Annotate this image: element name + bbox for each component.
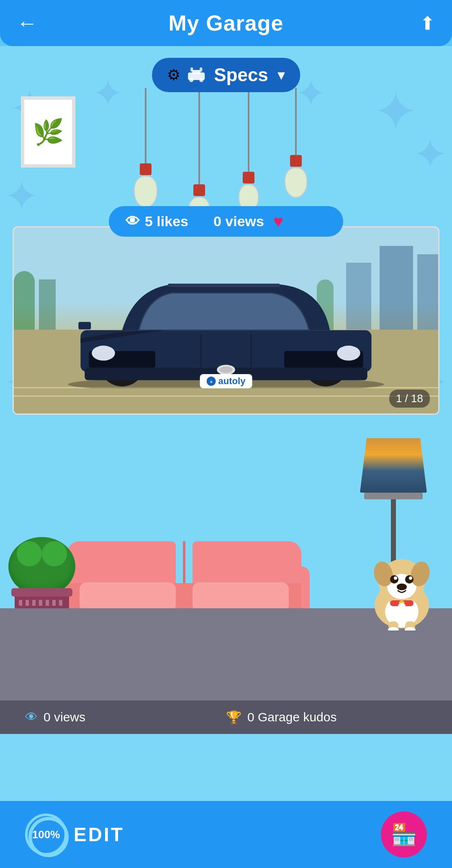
svg-point-34 bbox=[405, 575, 413, 584]
shop-button[interactable]: 🏪 bbox=[381, 811, 427, 858]
dog bbox=[360, 547, 444, 646]
progress-label: 100% bbox=[32, 828, 60, 841]
specs-dropdown[interactable]: ⚙ Specs ▾ bbox=[152, 58, 300, 92]
shop-icon: 🏪 bbox=[391, 822, 417, 847]
edit-label: EDIT bbox=[74, 823, 124, 846]
bottom-kudos-stat: 🏆 0 Garage kudos bbox=[226, 710, 427, 725]
star-deco-3: ✦ bbox=[373, 80, 419, 143]
engine-icon bbox=[186, 67, 206, 83]
edit-button[interactable]: 100% EDIT bbox=[25, 814, 124, 855]
header: ← My Garage ⬆ bbox=[0, 0, 452, 46]
svg-rect-24 bbox=[78, 322, 91, 329]
specs-chevron-icon: ▾ bbox=[277, 66, 285, 84]
svg-point-35 bbox=[394, 576, 397, 580]
eye-icon: 👁 bbox=[126, 213, 140, 230]
progress-circle: 100% bbox=[25, 814, 67, 855]
svg-point-5 bbox=[199, 78, 203, 82]
views-count: 0 views bbox=[213, 213, 264, 230]
sofa-cushion-right bbox=[193, 582, 289, 612]
svg-point-17 bbox=[337, 346, 360, 361]
bottom-views-stat: 👁 0 views bbox=[25, 710, 226, 724]
svg-point-37 bbox=[397, 584, 407, 590]
autoly-logo: a bbox=[207, 377, 216, 386]
hanging-lights bbox=[121, 88, 331, 222]
photo-counter: 1 / 18 bbox=[389, 390, 430, 408]
car-svg bbox=[35, 230, 417, 388]
star-deco-5: ✦ bbox=[4, 172, 39, 221]
car-photo: a autoly 1 / 18 bbox=[14, 227, 438, 413]
page-title: My Garage bbox=[169, 10, 284, 36]
share-button[interactable]: ⬆ bbox=[420, 13, 435, 34]
stats-bar: 👁 5 likes 0 views ♥ bbox=[109, 206, 343, 237]
heart-icon[interactable]: ♥ bbox=[273, 212, 283, 231]
svg-rect-21 bbox=[168, 284, 280, 287]
bottom-eye-icon: 👁 bbox=[25, 710, 38, 724]
parking-line-1 bbox=[14, 395, 438, 397]
star-deco-2: ✦ bbox=[92, 71, 123, 115]
back-button[interactable]: ← bbox=[17, 11, 38, 35]
svg-point-4 bbox=[189, 78, 193, 82]
dog-svg bbox=[360, 547, 444, 630]
svg-point-16 bbox=[92, 346, 115, 361]
views-stat: 0 views ♥ bbox=[213, 212, 283, 231]
car-photo-container[interactable]: a autoly 1 / 18 bbox=[13, 226, 439, 415]
bottom-stats-bar: 👁 0 views 🏆 0 Garage kudos bbox=[0, 700, 452, 734]
bottom-bar: 100% EDIT 🏪 bbox=[0, 801, 452, 868]
lamp-shade bbox=[360, 438, 427, 493]
wall-art: 🌿 bbox=[21, 96, 75, 168]
svg-point-20 bbox=[219, 366, 233, 373]
sofa-cushion-left bbox=[80, 582, 176, 612]
svg-rect-3 bbox=[200, 67, 202, 72]
specs-label: Specs bbox=[214, 65, 268, 85]
plant-leaves bbox=[8, 537, 75, 596]
likes-count: 5 likes bbox=[145, 213, 188, 230]
svg-rect-1 bbox=[192, 70, 200, 74]
autoly-text: autoly bbox=[218, 376, 246, 387]
svg-point-45 bbox=[400, 603, 404, 607]
pot-pattern bbox=[19, 600, 65, 606]
likes-stat: 👁 5 likes bbox=[126, 213, 188, 230]
svg-point-33 bbox=[390, 575, 398, 584]
svg-rect-2 bbox=[190, 67, 193, 72]
lamp-shade-ring bbox=[364, 493, 423, 499]
specs-engine-icon: ⚙ bbox=[167, 66, 180, 84]
main-content: ✦ ✦ ✦ ✦ ✦ ✦ ✦ ✦ ✦ ✦ 🌿 ⚙ Specs ▾ bbox=[0, 46, 452, 801]
svg-point-36 bbox=[409, 576, 412, 580]
autoly-badge: a autoly bbox=[200, 374, 252, 388]
garage-scene: 👁 0 views 🏆 0 Garage kudos bbox=[0, 415, 452, 801]
bottom-views-text: 0 views bbox=[44, 710, 85, 724]
star-deco-6: ✦ bbox=[413, 130, 448, 179]
wall-art-icon: 🌿 bbox=[33, 117, 64, 147]
trophy-icon: 🏆 bbox=[226, 710, 241, 725]
bottom-kudos-text: 0 Garage kudos bbox=[247, 710, 336, 724]
